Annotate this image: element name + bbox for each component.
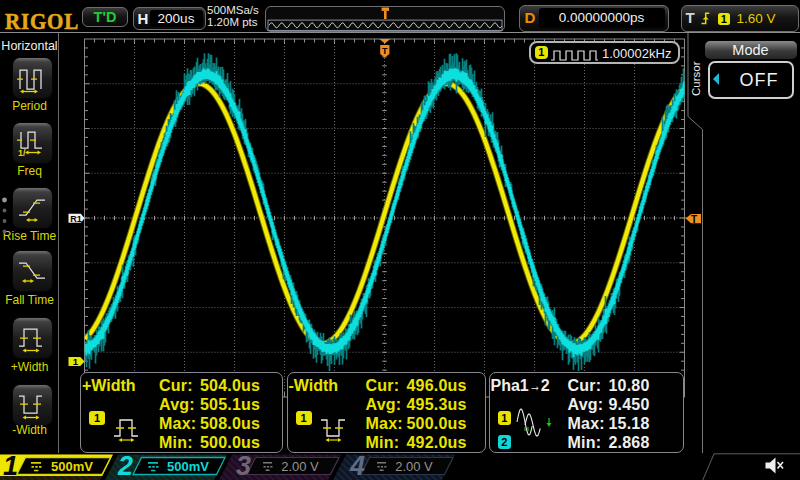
svg-text:500mV: 500mV	[51, 459, 93, 474]
svg-text:2.00 V: 2.00 V	[281, 459, 319, 474]
svg-text:T: T	[382, 46, 388, 56]
svg-text:1: 1	[73, 356, 79, 367]
svg-text:2.00 V: 2.00 V	[395, 459, 433, 474]
svg-text:2: 2	[117, 451, 133, 480]
svg-text:T: T	[691, 214, 697, 225]
svg-text:R1: R1	[70, 214, 82, 224]
svg-text:1: 1	[3, 451, 18, 480]
svg-text:4: 4	[349, 451, 365, 480]
svg-text:500mV: 500mV	[167, 459, 209, 474]
svg-text:3: 3	[236, 451, 251, 480]
svg-text:1/: 1/	[18, 148, 26, 158]
